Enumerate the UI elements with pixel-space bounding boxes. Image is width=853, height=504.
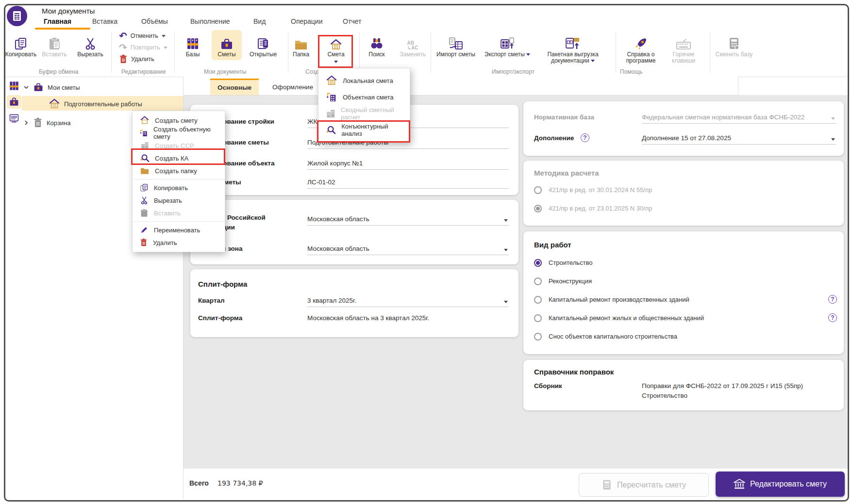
normative-base-label: Нормативная база xyxy=(534,114,594,121)
opened-button[interactable]: Открытые xyxy=(244,31,283,58)
price-zone-select[interactable]: Московская область xyxy=(307,245,369,252)
method-radio-2025[interactable] xyxy=(534,205,542,212)
context-menu-create-estimate[interactable]: Создать смету xyxy=(133,114,225,127)
construction-name-value[interactable]: ЖК xyxy=(307,118,317,125)
quarter-select[interactable]: 3 квартал 2025г. xyxy=(307,297,356,304)
replace-button[interactable]: AB↳AC Заменить xyxy=(394,31,431,58)
work-type-radio-stroitelstvo[interactable] xyxy=(534,259,542,267)
context-menu-cut[interactable]: Вырезать xyxy=(133,194,225,207)
redo-button[interactable]: ↷ Повторить xyxy=(119,42,167,53)
tab-oformlenie[interactable]: Оформление xyxy=(259,79,327,95)
menu-item-local-estimate[interactable]: Локальная смета xyxy=(318,72,410,89)
normative-base-select[interactable]: Федеральная сметная нормативная база ФСН… xyxy=(642,114,804,121)
sidebar-documents-button[interactable] xyxy=(7,112,21,125)
context-menu-paste[interactable]: Вставить xyxy=(133,207,225,219)
chevron-down-icon[interactable] xyxy=(23,84,29,90)
sidebar-bases-button[interactable] xyxy=(7,79,21,93)
export-estimate-button[interactable]: Экспорт сметы xyxy=(481,31,534,58)
import-estimate-button[interactable]: Импорт сметы xyxy=(434,31,478,58)
trash-icon xyxy=(140,238,148,247)
work-type-radio-snos[interactable] xyxy=(534,333,542,341)
estimate-menu-button[interactable]: Смета xyxy=(320,31,351,65)
menu-item-object-estimate[interactable]: Объектная смета xyxy=(318,89,410,105)
object-building-icon xyxy=(140,129,148,137)
group-label-my-documents: Мои документы xyxy=(204,68,246,75)
object-name-value[interactable]: Жилой корпус №1 xyxy=(307,160,363,167)
chevron-down-icon[interactable] xyxy=(162,35,166,37)
work-type-radio-rekonstrukciya[interactable] xyxy=(534,277,542,285)
folder-button[interactable]: Папка xyxy=(285,31,317,58)
import-icon xyxy=(448,37,464,50)
tab-vypolnenie[interactable]: Выполнение xyxy=(190,17,230,25)
work-type-label-snos: Снос объектов капитального строительства xyxy=(549,333,677,340)
tree-item-selected-estimate[interactable]: Подготовительные работы xyxy=(49,98,142,109)
supplement-select[interactable]: Дополнение 15 от 27.08.2025 xyxy=(642,134,731,142)
ka-magnifier-icon xyxy=(140,153,150,163)
delete-button[interactable]: Удалить xyxy=(119,53,167,65)
chevron-right-icon[interactable] xyxy=(23,120,29,126)
context-menu-create-folder[interactable]: Создать папку xyxy=(133,164,225,177)
folder-icon xyxy=(294,39,308,50)
collection-value-line1: Поправки для ФСНБ-2022 от 17.09.2025 г И… xyxy=(642,382,803,390)
context-menu-rename[interactable]: Переименовать xyxy=(133,224,225,236)
help-icon[interactable]: ? xyxy=(828,295,837,304)
region-select[interactable]: Московская область xyxy=(307,215,369,223)
chevron-down-icon[interactable] xyxy=(504,219,508,222)
cut-button[interactable]: Вырезать xyxy=(73,31,108,58)
context-menu-create-object-estimate[interactable]: Создать объектную смету xyxy=(133,127,225,139)
change-base-button[interactable]: Сменить базу xyxy=(714,31,754,58)
estimate-dropdown-menu: Локальная смета Объектная смета Сводный … xyxy=(318,68,410,143)
tree-item-trash[interactable]: Корзина xyxy=(23,117,71,128)
house-icon xyxy=(326,75,337,86)
tab-glavnaya[interactable]: Главная xyxy=(44,17,71,25)
chevron-down-icon[interactable] xyxy=(164,47,167,49)
tab-otchet[interactable]: Отчет xyxy=(343,17,361,25)
hotkeys-button[interactable]: Горячие клавиши xyxy=(664,31,703,64)
search-button[interactable]: Поиск xyxy=(362,31,392,58)
chevron-down-icon[interactable] xyxy=(504,249,508,251)
recalculate-button[interactable]: Пересчитать смету xyxy=(579,473,709,497)
context-menu-create-ka[interactable]: Создать КА xyxy=(133,152,225,164)
bases-button[interactable]: Базы xyxy=(177,31,208,58)
tab-operacii[interactable]: Операции xyxy=(291,17,323,25)
tab-vstavka[interactable]: Вставка xyxy=(92,17,117,25)
app-logo xyxy=(7,6,27,26)
context-menu-create-ssr[interactable]: Создать ССР xyxy=(133,139,225,152)
copy-button[interactable]: Копировать xyxy=(2,31,39,58)
chevron-down-icon[interactable] xyxy=(526,53,530,56)
undo-button[interactable]: ↶ Отменить xyxy=(119,30,167,42)
estimates-button[interactable]: Сметы xyxy=(211,31,242,58)
chevron-down-icon[interactable] xyxy=(831,138,835,141)
estimate-code-value[interactable]: ЛС-01-02 xyxy=(307,179,335,186)
menu-item-ssr[interactable]: Сводный сметный расчет xyxy=(318,105,410,122)
trash-icon xyxy=(119,54,128,64)
chevron-down-icon[interactable] xyxy=(831,117,835,120)
about-button[interactable]: Справка о программе xyxy=(620,31,661,64)
chevron-down-icon[interactable] xyxy=(334,61,338,63)
chevron-down-icon[interactable] xyxy=(504,301,508,303)
method-header: Методика расчета xyxy=(534,169,599,177)
tree-item-my-estimates[interactable]: Мои сметы xyxy=(23,82,80,92)
paste-button[interactable]: Вставить xyxy=(37,31,72,58)
active-tab-underline xyxy=(35,28,90,30)
context-menu-delete[interactable]: Удалить xyxy=(133,236,225,249)
help-icon[interactable]: ? xyxy=(828,313,837,322)
batch-export-button[interactable]: Пакетная выгрузка документации xyxy=(534,31,612,64)
context-menu-copy[interactable]: Копировать xyxy=(133,181,225,194)
chevron-down-icon[interactable] xyxy=(591,60,595,62)
edit-estimate-button[interactable]: Редактировать смету xyxy=(716,471,845,497)
tab-osnovnye[interactable]: Основные xyxy=(210,79,259,95)
tab-obyomy[interactable]: Объёмы xyxy=(141,17,168,25)
method-radio-2024-label: 421/пр в ред. от 30.01.2024 N 55/пр xyxy=(549,186,652,194)
sidebar-estimates-button[interactable] xyxy=(7,95,21,109)
tab-vid[interactable]: Вид xyxy=(253,17,266,25)
split-value-label: Сплит-форма xyxy=(198,314,242,322)
work-type-radio-kap-zhil[interactable] xyxy=(534,314,542,322)
menu-item-ka[interactable]: Конъюнктурный анализ xyxy=(318,122,410,138)
help-icon[interactable]: ? xyxy=(581,133,589,142)
documents-list-icon xyxy=(9,114,19,123)
work-type-radio-kap-proizv[interactable] xyxy=(534,296,542,304)
batch-export-icon xyxy=(565,37,581,50)
rocket-icon xyxy=(634,37,648,50)
method-radio-2024[interactable] xyxy=(534,186,542,194)
